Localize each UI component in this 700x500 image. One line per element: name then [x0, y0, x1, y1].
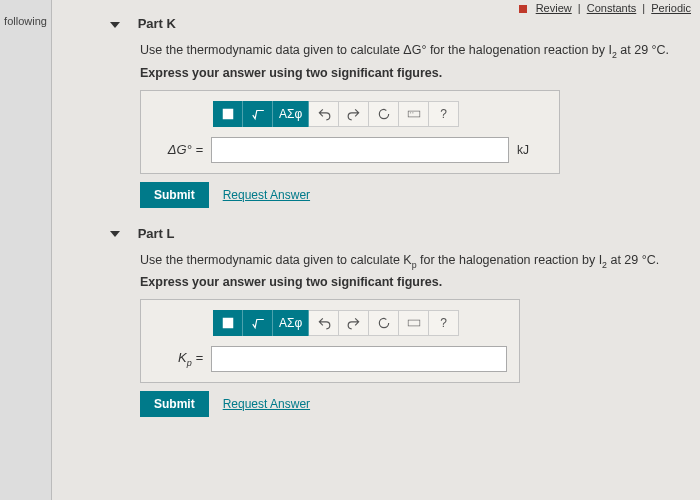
radical-icon — [251, 316, 265, 330]
redo-tool-l[interactable] — [339, 310, 369, 336]
part-k-toolbar: ΑΣφ ? — [213, 101, 547, 127]
reset-icon — [377, 107, 391, 121]
undo-icon — [317, 107, 331, 121]
caret-down-icon — [110, 22, 120, 28]
fraction-tool-l[interactable] — [243, 310, 273, 336]
part-l-request-link[interactable]: Request Answer — [223, 397, 310, 411]
part-l-title: Part L — [138, 226, 175, 241]
keyboard-tool-l[interactable] — [399, 310, 429, 336]
part-k-var-label: ΔG° = — [153, 142, 203, 157]
template-tool[interactable] — [213, 101, 243, 127]
redo-tool[interactable] — [339, 101, 369, 127]
part-k-unit: kJ — [517, 143, 547, 157]
part-k-input-row: ΔG° = kJ — [153, 137, 547, 163]
part-l-express: Express your answer using two significan… — [140, 275, 680, 289]
instr-suffix: at 29 °C. — [617, 43, 669, 57]
part-l-header[interactable]: Part L — [110, 226, 680, 241]
keyboard-icon — [407, 107, 421, 121]
instr-var: ΔG° — [403, 43, 426, 57]
part-l-submit-row: Submit Request Answer — [140, 391, 680, 417]
caret-down-icon — [110, 231, 120, 237]
square-icon — [221, 316, 235, 330]
square-icon — [221, 107, 235, 121]
undo-tool-l[interactable] — [309, 310, 339, 336]
var-k: K — [178, 350, 187, 365]
part-l-input-row: Kp = — [153, 346, 507, 372]
part-k-request-link[interactable]: Request Answer — [223, 188, 310, 202]
undo-tool[interactable] — [309, 101, 339, 127]
part-l-instruction: Use the thermodynamic data given to calc… — [140, 251, 680, 272]
var-eq: = — [192, 350, 203, 365]
keyboard-tool[interactable] — [399, 101, 429, 127]
radical-icon — [251, 107, 265, 121]
part-l-submit-button[interactable]: Submit — [140, 391, 209, 417]
instr-prefix-l: Use the thermodynamic data given to calc… — [140, 253, 403, 267]
symbols-tool-l[interactable]: ΑΣφ — [273, 310, 309, 336]
part-l-var-label: Kp = — [153, 350, 203, 368]
help-tool[interactable]: ? — [429, 101, 459, 127]
instr-mid-l: for the halogenation reaction by I — [417, 253, 603, 267]
sidebar-text: following — [4, 15, 47, 27]
instr-mid: for the halogenation reaction by I — [426, 43, 612, 57]
svg-rect-0 — [222, 108, 233, 119]
instr-prefix: Use the thermodynamic data given to calc… — [140, 43, 403, 57]
part-k-header[interactable]: Part K — [110, 16, 680, 31]
undo-icon — [317, 316, 331, 330]
fraction-tool[interactable] — [243, 101, 273, 127]
part-k-express: Express your answer using two significan… — [140, 66, 680, 80]
part-k-answer-input[interactable] — [211, 137, 509, 163]
part-l-answer-box: ΑΣφ ? Kp = — [140, 299, 520, 383]
reset-tool-l[interactable] — [369, 310, 399, 336]
instr-suffix-l: at 29 °C. — [607, 253, 659, 267]
part-k-title: Part K — [138, 16, 176, 31]
svg-rect-1 — [408, 111, 420, 117]
part-k-answer-box: ΑΣφ ? ΔG° = kJ — [140, 90, 560, 174]
redo-icon — [347, 316, 361, 330]
instr-var-l: K — [403, 253, 411, 267]
part-k-submit-row: Submit Request Answer — [140, 182, 680, 208]
part-k-submit-button[interactable]: Submit — [140, 182, 209, 208]
keyboard-icon — [407, 316, 421, 330]
part-k-instruction: Use the thermodynamic data given to calc… — [140, 41, 680, 62]
redo-icon — [347, 107, 361, 121]
part-l-answer-input[interactable] — [211, 346, 507, 372]
svg-rect-5 — [408, 320, 420, 326]
content: Part K Use the thermodynamic data given … — [60, 0, 700, 500]
reset-tool[interactable] — [369, 101, 399, 127]
reset-icon — [377, 316, 391, 330]
template-tool-l[interactable] — [213, 310, 243, 336]
svg-rect-4 — [222, 318, 233, 329]
help-tool-l[interactable]: ? — [429, 310, 459, 336]
part-l-toolbar: ΑΣφ ? — [213, 310, 507, 336]
sidebar: following — [0, 0, 52, 500]
symbols-tool[interactable]: ΑΣφ — [273, 101, 309, 127]
